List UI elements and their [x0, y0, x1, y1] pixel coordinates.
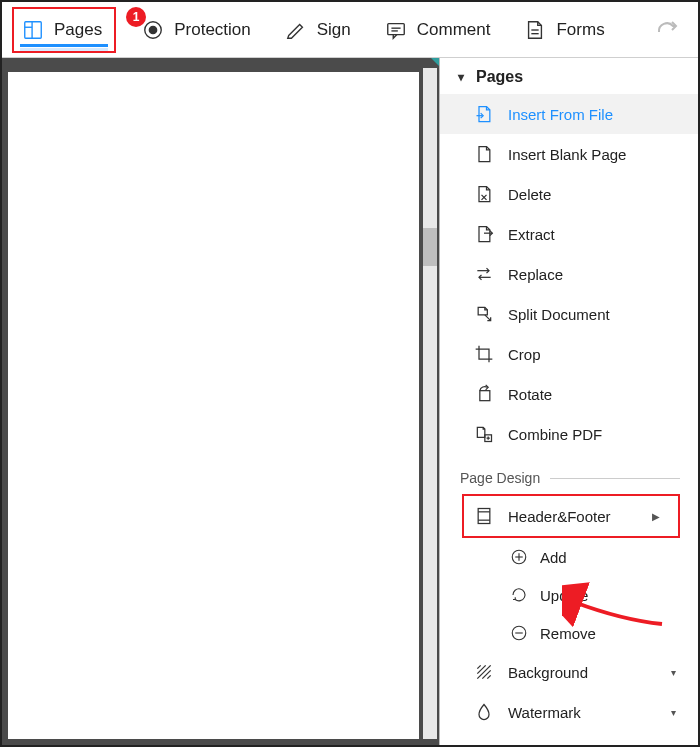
tab-protection-label: Protection	[174, 20, 251, 40]
menu-label: Watermark	[508, 704, 581, 721]
menu-header-footer[interactable]: Header&Footer ▶	[462, 494, 680, 538]
page-design-section: Page Design	[440, 454, 698, 494]
chevron-down-icon: ▾	[671, 707, 676, 718]
replace-icon	[474, 264, 494, 284]
menu-delete[interactable]: Delete	[440, 174, 698, 214]
svg-line-28	[487, 675, 490, 678]
svg-rect-16	[478, 509, 490, 524]
background-icon	[474, 662, 494, 682]
section-title: Page Design	[460, 470, 540, 486]
tab-sign-label: Sign	[317, 20, 351, 40]
menu-label: Header&Footer	[508, 508, 611, 525]
menu-label: Rotate	[508, 386, 552, 403]
document-page[interactable]	[8, 72, 419, 739]
crop-icon	[474, 344, 494, 364]
menu-label: Extract	[508, 226, 555, 243]
scroll-thumb[interactable]	[423, 228, 437, 266]
forms-icon	[524, 19, 546, 41]
tab-protection[interactable]: Protection	[134, 13, 259, 47]
panel-title: Pages	[476, 68, 523, 86]
submenu-label: Add	[540, 549, 567, 566]
menu-extract[interactable]: Extract	[440, 214, 698, 254]
pages-tab-icon	[22, 19, 44, 41]
pages-menu: Insert From File Insert Blank Page Delet…	[440, 94, 698, 454]
menu-label: Replace	[508, 266, 563, 283]
menu-label: Split Document	[508, 306, 610, 323]
doc-scrollbar[interactable]	[423, 68, 437, 739]
submenu-update[interactable]: Update	[440, 576, 698, 614]
tab-pages[interactable]: Pages	[12, 7, 116, 53]
menu-label: Delete	[508, 186, 551, 203]
submenu-remove[interactable]: Remove	[440, 614, 698, 652]
tab-forms[interactable]: Forms	[516, 13, 612, 47]
svg-line-26	[477, 665, 480, 668]
insert-file-icon	[474, 104, 494, 124]
menu-crop[interactable]: Crop	[440, 334, 698, 374]
watermark-icon	[474, 702, 494, 722]
menu-label: Combine PDF	[508, 426, 602, 443]
blank-page-icon	[474, 144, 494, 164]
menu-insert-blank[interactable]: Insert Blank Page	[440, 134, 698, 174]
sign-icon	[285, 19, 307, 41]
menu-label: Insert Blank Page	[508, 146, 626, 163]
doc-dropdown-handle[interactable]	[431, 58, 439, 66]
chevron-down-icon: ▾	[671, 667, 676, 678]
svg-rect-5	[388, 23, 405, 34]
top-toolbar: Pages Protection Sign Comment Forms	[2, 2, 698, 58]
rotate-icon	[474, 384, 494, 404]
menu-split[interactable]: Split Document	[440, 294, 698, 334]
remove-icon	[510, 624, 528, 642]
collapse-caret-icon: ▾	[458, 70, 464, 84]
add-icon	[510, 548, 528, 566]
tab-sign[interactable]: Sign	[277, 13, 359, 47]
svg-rect-0	[25, 21, 42, 38]
callout-badge-1: 1	[126, 7, 146, 27]
menu-background[interactable]: Background ▾	[440, 652, 698, 692]
menu-label: Background	[508, 664, 588, 681]
split-icon	[474, 304, 494, 324]
comment-icon	[385, 19, 407, 41]
document-pane	[2, 58, 440, 745]
tab-comment-label: Comment	[417, 20, 491, 40]
pages-panel: ▾ Pages Insert From File Insert Blank Pa…	[440, 58, 698, 745]
panel-header[interactable]: ▾ Pages	[440, 64, 698, 94]
submenu-arrow-icon: ▶	[652, 511, 660, 522]
main-area: ▾ Pages Insert From File Insert Blank Pa…	[2, 58, 698, 745]
menu-label: Crop	[508, 346, 541, 363]
redo-icon[interactable]	[654, 18, 680, 42]
tab-comment[interactable]: Comment	[377, 13, 499, 47]
svg-point-4	[150, 26, 157, 33]
submenu-label: Update	[540, 587, 588, 604]
menu-label: Insert From File	[508, 106, 613, 123]
update-icon	[510, 586, 528, 604]
tab-pages-label: Pages	[54, 20, 102, 40]
delete-page-icon	[474, 184, 494, 204]
submenu-add[interactable]: Add	[440, 538, 698, 576]
extract-icon	[474, 224, 494, 244]
header-footer-icon	[474, 506, 494, 526]
menu-replace[interactable]: Replace	[440, 254, 698, 294]
protection-icon	[142, 19, 164, 41]
menu-combine[interactable]: Combine PDF	[440, 414, 698, 454]
menu-rotate[interactable]: Rotate	[440, 374, 698, 414]
menu-watermark[interactable]: Watermark ▾	[440, 692, 698, 732]
tab-forms-label: Forms	[556, 20, 604, 40]
combine-icon	[474, 424, 494, 444]
menu-insert-from-file[interactable]: Insert From File	[440, 94, 698, 134]
svg-rect-12	[480, 391, 490, 401]
submenu-label: Remove	[540, 625, 596, 642]
